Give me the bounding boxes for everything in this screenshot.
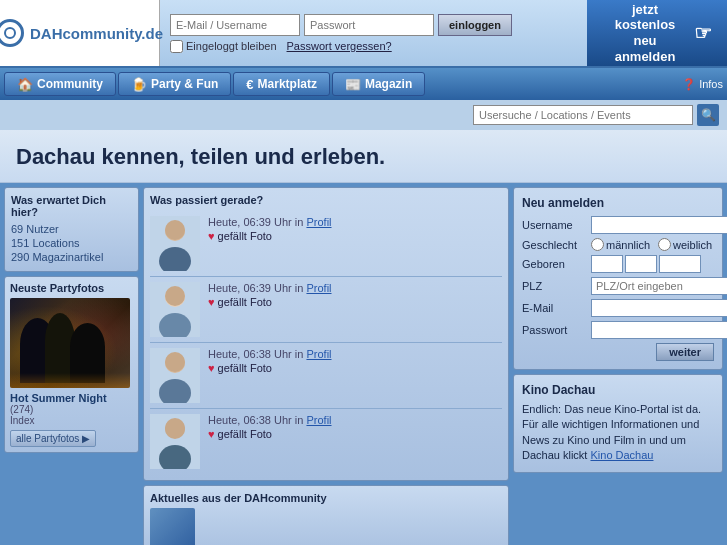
year-input[interactable]: [659, 255, 701, 273]
hero-title: Dachau kennen, teilen und erleben.: [16, 144, 711, 170]
stat-locations: 151 Locations: [11, 237, 132, 249]
info-icon: ❓: [682, 78, 696, 91]
username-label: Username: [522, 219, 587, 231]
nav-item-community[interactable]: 🏠 Community: [4, 72, 116, 96]
activity-action-text: gefällt Foto: [218, 296, 272, 308]
svg-point-1: [165, 221, 185, 241]
passwort-field[interactable]: [591, 321, 727, 339]
activity-thumb: [150, 216, 200, 271]
nav-item-marktplatz[interactable]: € Marktplatz: [233, 72, 330, 96]
maennlich-label[interactable]: männlich: [591, 238, 650, 251]
all-photos-button[interactable]: alle Partyfotos ▶: [10, 430, 96, 447]
nav-label-partyfun: Party & Fun: [151, 77, 218, 91]
magazin-icon: 📰: [345, 77, 361, 92]
main-content: Was erwartet Dich hier? 69 Nutzer 151 Lo…: [0, 183, 727, 545]
geschlecht-label: Geschlecht: [522, 239, 587, 251]
nav-label-marktplatz: Marktplatz: [258, 77, 317, 91]
register-box: Neu anmelden Username Geschlecht männlic…: [513, 187, 723, 370]
activity-text: Heute, 06:38 Uhr in Profil ♥ gefällt Fot…: [208, 348, 502, 374]
activity-thumb: [150, 414, 200, 469]
email-field[interactable]: [591, 299, 727, 317]
login-button[interactable]: einloggen: [438, 14, 512, 36]
kino-box: Kino Dachau Endlich: Das neue Kino-Porta…: [513, 374, 723, 473]
geboren-label: Geboren: [522, 258, 587, 270]
left-column: Was erwartet Dich hier? 69 Nutzer 151 Lo…: [4, 187, 139, 545]
all-photos-label: alle Partyfotos: [16, 433, 79, 444]
nav-label-community: Community: [37, 77, 103, 91]
activity-item: Heute, 06:38 Uhr in Profil ♥ gefällt Fot…: [150, 343, 502, 409]
svg-point-7: [165, 353, 185, 373]
email-label: E-Mail: [522, 302, 587, 314]
activity-action-text: gefällt Foto: [218, 230, 272, 242]
username-field[interactable]: [591, 216, 727, 234]
date-inputs: [591, 255, 701, 273]
news-box: Aktuelles aus der DAHcommunity: [143, 485, 509, 545]
login-options: Eingeloggt bleiben Passwort vergessen?: [170, 40, 577, 53]
stat-nutzer: 69 Nutzer: [11, 223, 132, 235]
person-svg: [150, 348, 200, 403]
nav-item-partyfun[interactable]: 🍺 Party & Fun: [118, 72, 231, 96]
maennlich-text: männlich: [606, 239, 650, 251]
photo-title: Hot Summer Night: [10, 392, 133, 404]
person-svg: [150, 414, 200, 469]
partyfun-icon: 🍺: [131, 77, 147, 92]
geschlecht-row: Geschlecht männlich weiblich: [522, 238, 714, 251]
activity-action: ♥ gefällt Foto: [208, 296, 502, 308]
svg-point-4: [165, 287, 185, 307]
search-input[interactable]: [473, 105, 693, 125]
day-input[interactable]: [591, 255, 623, 273]
header: DAHcommunity.de einloggen Eingeloggt ble…: [0, 0, 727, 68]
photo-link[interactable]: Index: [10, 415, 133, 426]
weiblich-label[interactable]: weiblich: [658, 238, 712, 251]
news-text: [207, 508, 210, 520]
plz-row: PLZ: [522, 277, 714, 295]
activity-profile-link[interactable]: Profil: [306, 216, 331, 228]
activity-time: Heute, 06:39 Uhr in: [208, 282, 303, 294]
search-button[interactable]: 🔍: [697, 104, 719, 126]
nav-bar: 🏠 Community 🍺 Party & Fun € Marktplatz 📰…: [0, 68, 727, 100]
weiblich-radio[interactable]: [658, 238, 671, 251]
password-input[interactable]: [304, 14, 434, 36]
weiter-button[interactable]: weiter: [656, 343, 714, 361]
remember-label-text: Eingeloggt bleiben: [186, 40, 277, 52]
month-input[interactable]: [625, 255, 657, 273]
plz-label: PLZ: [522, 280, 587, 292]
kino-link[interactable]: Kino Dachau: [590, 449, 653, 461]
activity-item: Heute, 06:38 Uhr in Profil ♥ gefällt Fot…: [150, 409, 502, 474]
plz-field[interactable]: [591, 277, 727, 295]
marktplatz-icon: €: [246, 77, 253, 92]
register-line2: neu anmelden: [602, 33, 688, 64]
activity-profile-link[interactable]: Profil: [306, 414, 331, 426]
maennlich-radio[interactable]: [591, 238, 604, 251]
passwort-label: Passwort: [522, 324, 587, 336]
activity-action: ♥ gefällt Foto: [208, 230, 502, 242]
heart-icon: ♥: [208, 296, 215, 308]
middle-column: Was passiert gerade? Heute, 06:39 Uhr in…: [143, 187, 509, 545]
activity-action-text: gefällt Foto: [218, 428, 272, 440]
was-erwartet-box: Was erwartet Dich hier? 69 Nutzer 151 Lo…: [4, 187, 139, 272]
info-button[interactable]: ❓ Infos: [682, 78, 723, 91]
forgot-password-link[interactable]: Passwort vergessen?: [287, 40, 392, 52]
activity-profile-link[interactable]: Profil: [306, 282, 331, 294]
news-heading: Aktuelles aus der DAHcommunity: [150, 492, 502, 504]
logo-icon: [0, 19, 24, 47]
remember-checkbox[interactable]: [170, 40, 183, 53]
logo-text: DAHcommunity.de: [30, 25, 163, 42]
email-row: E-Mail: [522, 299, 714, 317]
register-line1: jetzt kostenlos: [602, 2, 688, 33]
activity-time: Heute, 06:38 Uhr in: [208, 414, 303, 426]
right-column: Neu anmelden Username Geschlecht männlic…: [513, 187, 723, 545]
login-row: einloggen: [170, 14, 577, 36]
community-icon: 🏠: [17, 77, 33, 92]
passwort-row: Passwort: [522, 321, 714, 339]
kino-text: Endlich: Das neue Kino-Portal ist da. Fü…: [522, 402, 714, 464]
party-photo-image[interactable]: [10, 298, 130, 388]
remember-me-label[interactable]: Eingeloggt bleiben: [170, 40, 277, 53]
heart-icon: ♥: [208, 362, 215, 374]
search-icon: 🔍: [701, 108, 716, 122]
nav-item-magazin[interactable]: 📰 Magazin: [332, 72, 425, 96]
email-input[interactable]: [170, 14, 300, 36]
activity-thumb: [150, 282, 200, 337]
activity-profile-link[interactable]: Profil: [306, 348, 331, 360]
register-button[interactable]: jetzt kostenlos neu anmelden ☞: [587, 0, 727, 66]
